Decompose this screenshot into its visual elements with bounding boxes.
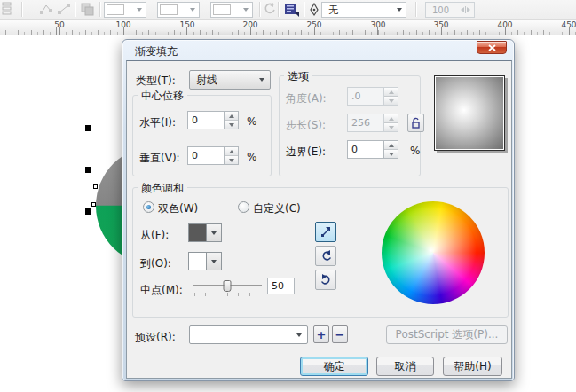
selection-handle[interactable]	[85, 125, 91, 131]
percent-sign: %	[410, 145, 420, 157]
options-icon[interactable]	[2, 2, 12, 17]
arrow-down-icon	[389, 153, 394, 156]
close-button[interactable]	[477, 41, 507, 54]
custom-label: 自定义(C)	[253, 201, 301, 216]
node-curve-icon[interactable]	[39, 2, 54, 16]
type-value: 射线	[190, 73, 217, 88]
spin-up-button[interactable]	[225, 147, 238, 155]
custom-radio[interactable]	[238, 201, 249, 213]
arrow-down-icon	[389, 126, 394, 129]
steps-input	[347, 114, 383, 132]
ruler-label: 400	[497, 20, 512, 29]
arrow-down-icon	[389, 99, 394, 103]
from-color-swatch	[189, 224, 207, 241]
wrap-paragraph-icon[interactable]	[283, 2, 300, 18]
type-dropdown[interactable]: 射线	[189, 70, 271, 90]
node-line-icon[interactable]	[57, 2, 72, 16]
color-wheel	[382, 201, 485, 304]
ruler-label: 250	[306, 20, 321, 29]
presets-dropdown[interactable]	[189, 325, 308, 344]
spin-up-button[interactable]	[384, 141, 398, 149]
to-color-swatch	[189, 253, 207, 270]
options-group-label: 选项	[284, 69, 312, 84]
remove-preset-button[interactable]: −	[332, 325, 348, 343]
vertical-input[interactable]	[187, 146, 224, 165]
curve-node[interactable]	[93, 184, 98, 189]
from-label: 从(F):	[140, 228, 169, 243]
counterclockwise-blend-button[interactable]	[315, 246, 336, 266]
help-button[interactable]: 帮助(H)	[443, 357, 502, 376]
toolbar-separator	[278, 2, 279, 17]
swatch	[213, 4, 231, 15]
type-label: 类型(T):	[136, 74, 176, 89]
direct-blend-button[interactable]	[315, 222, 336, 242]
spin-down-button[interactable]	[384, 149, 398, 158]
spin-down-button[interactable]	[225, 120, 238, 129]
fill-style-dropdown-1[interactable]	[104, 2, 146, 18]
chevron-down-icon	[296, 333, 302, 337]
ruler-label: 100	[115, 20, 130, 29]
horizontal-input[interactable]	[187, 111, 224, 129]
ruler-label: 200	[242, 20, 257, 29]
vertical-field[interactable]	[187, 146, 239, 165]
midpoint-slider[interactable]	[193, 280, 262, 294]
presets-label: 预设(R):	[135, 330, 176, 345]
rotate-icon[interactable]	[264, 2, 277, 16]
swatch	[107, 4, 124, 15]
chevron-down-icon	[259, 78, 264, 82]
clockwise-blend-button[interactable]	[315, 270, 336, 290]
opacity-value: 100	[426, 5, 449, 15]
chevron-down-icon	[211, 260, 217, 263]
chevron-down-icon	[190, 8, 195, 12]
fill-style-dropdown-3[interactable]	[210, 2, 253, 18]
edge-label: 边界(E):	[286, 145, 326, 160]
opacity-stepper: 100	[425, 2, 475, 18]
two-color-radio[interactable]	[143, 201, 154, 213]
steps-label: 步长(S):	[286, 118, 326, 133]
app-window: 无 100 50 100 150 200 250 300 350 400 450…	[0, 0, 576, 392]
spin-down-button	[384, 122, 398, 131]
gradient-preview	[434, 75, 505, 151]
midpoint-input[interactable]	[267, 278, 295, 294]
to-label: 到(O):	[140, 256, 171, 271]
toolbar-separator	[304, 2, 304, 17]
edge-input[interactable]	[347, 140, 383, 159]
add-preset-button[interactable]: +	[313, 325, 329, 343]
fill-style-dropdown-2[interactable]	[157, 2, 200, 18]
steps-lock-button[interactable]	[407, 114, 424, 132]
angle-field	[347, 87, 398, 106]
percent-sign: %	[247, 115, 256, 128]
outline-width-value: 无	[322, 4, 338, 17]
cancel-button[interactable]: 取消	[376, 357, 434, 376]
toolbar-separator	[259, 2, 260, 17]
edge-field[interactable]	[347, 140, 398, 159]
midpoint-field[interactable]	[267, 278, 295, 296]
toolbar-separator	[99, 2, 100, 17]
arrow-down-icon	[229, 159, 234, 162]
toolbar-separator	[415, 2, 416, 17]
arrow-up-icon	[389, 90, 394, 94]
direct-path-icon	[320, 225, 333, 239]
combine-objects-icon[interactable]	[80, 2, 96, 17]
spin-up-button[interactable]	[225, 112, 238, 120]
ok-button[interactable]: 确定	[300, 357, 368, 376]
percent-sign: %	[247, 151, 256, 163]
from-color-picker[interactable]	[188, 223, 222, 242]
clockwise-icon	[320, 273, 333, 286]
horizontal-label: 水平(I):	[139, 115, 176, 130]
to-color-picker[interactable]	[188, 252, 222, 270]
selection-handle[interactable]	[85, 208, 91, 215]
steps-field	[347, 114, 398, 132]
toolbar-separator	[21, 2, 22, 17]
outline-width-dropdown[interactable]: 无	[321, 2, 406, 18]
curve-node[interactable]	[91, 202, 96, 207]
spin-down-button[interactable]	[225, 155, 238, 164]
minus-icon: −	[335, 328, 345, 341]
counterclockwise-icon	[320, 249, 333, 263]
slider-thumb[interactable]	[224, 280, 232, 292]
horizontal-field[interactable]	[187, 111, 239, 129]
spin-down-button	[384, 96, 398, 105]
ruler-label: 450	[561, 20, 576, 29]
spin-arrows-icon	[460, 4, 471, 15]
selection-handle[interactable]	[85, 167, 91, 173]
